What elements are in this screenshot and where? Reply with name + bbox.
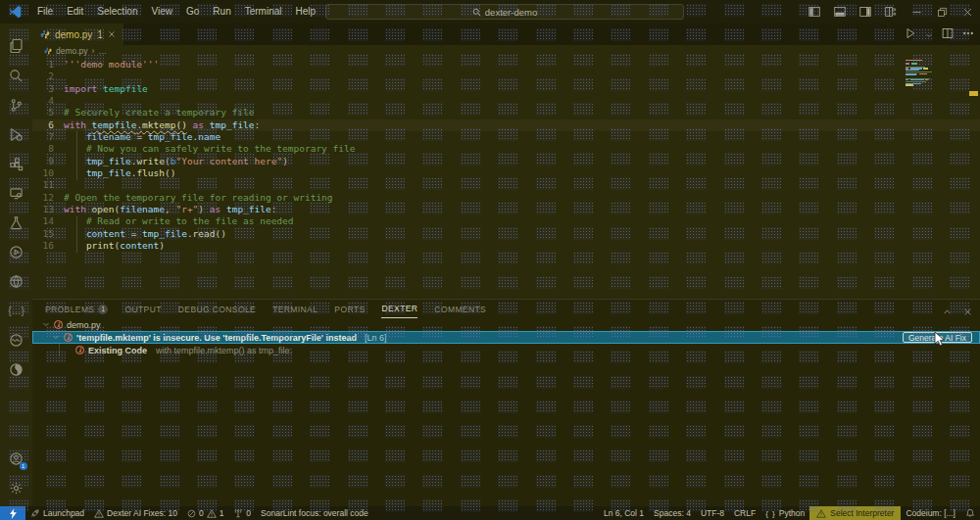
code-line: 1'''demo module''' [32,59,980,71]
breadcrumb[interactable]: demo.py › … [32,45,980,57]
status-bar: Launchpad Dexter AI Fixes: 10 0 1 0 Sona… [0,506,980,520]
indentation-status[interactable]: Spaces: 4 [649,506,696,520]
tab-close-icon[interactable] [108,29,116,40]
notifications-bell-icon[interactable] [960,506,980,520]
error-circle-icon [187,509,196,518]
line-number: 3 [32,83,64,95]
language-mode-status[interactable]: { } Python [760,506,809,520]
eol-status[interactable]: CRLF [729,506,760,520]
line-number: 6 [32,119,64,131]
tab-label: demo.py [55,29,92,40]
menu-file[interactable]: File [30,0,60,24]
split-editor-icon[interactable] [942,25,954,43]
run-debug-icon[interactable] [5,119,28,149]
warning-triangle-icon [816,509,826,518]
select-interpreter-status[interactable]: Select Interpreter [809,506,901,520]
menu-terminal[interactable]: Terminal [238,0,289,24]
toggle-sidebar-icon[interactable] [802,0,827,24]
search-view-icon[interactable] [5,61,28,90]
line-number: 9 [32,156,64,167]
close-window-icon[interactable] [955,0,980,24]
cursor-position-status[interactable]: Ln 6, Col 1 [599,506,649,520]
remote-indicator[interactable] [0,506,25,520]
encoding-status[interactable]: UTF-8 [696,506,729,520]
restore-icon[interactable] [929,0,955,24]
overview-ruler-warning-marker [969,91,978,96]
code-line: 7 filename = tmp_file.name [32,131,980,143]
launchpad-status[interactable]: Launchpad [25,506,89,520]
line-number: 12 [32,192,64,204]
tree-row-file[interactable]: i demo.py [32,318,980,331]
globe-extension-icon[interactable] [5,266,28,296]
chevron-down-icon [42,320,50,330]
menu-go[interactable]: Go [179,0,206,24]
tree-row-existing-code[interactable]: i Existing Code with tempfile.mktemp() a… [32,344,980,356]
tab-bar: demo.py 1 [32,24,980,45]
code-editor[interactable]: 1'''demo module'''23import tempfile45# S… [32,57,980,299]
errors-warnings-status[interactable]: 0 1 [182,506,228,520]
code-line: 2 [32,71,980,82]
toggle-panel-icon[interactable] [827,0,853,24]
line-number: 11 [32,179,64,191]
indent-guide [76,131,77,180]
ports-status[interactable]: 0 [228,506,256,520]
settings-gear-icon[interactable] [5,473,28,502]
sonarlint-icon[interactable] [5,325,28,355]
explorer-icon[interactable] [5,31,28,61]
code-line: 15 content = tmp_file.read() [32,228,980,240]
customize-layout-icon[interactable] [878,0,904,24]
codeium-status[interactable]: Codeium: [...] [901,506,960,520]
search-value: dexter-demo [485,7,537,18]
info-icon: i [54,320,63,329]
minimap[interactable] [906,60,951,86]
panel-tab-problems[interactable]: PROBLEMS 1 [45,300,108,318]
more-actions-icon[interactable] [962,25,974,43]
tab-problem-badge: 1 [97,29,103,40]
braces-icon: { } [765,509,776,518]
info-icon: i [64,333,73,342]
activity-bar: {…} 1 [0,24,32,506]
search-icon [472,8,481,17]
code-line: 12# Open the temporary file for reading … [32,192,980,204]
problems-count-badge: 1 [98,305,108,314]
panel-tab-output[interactable]: OUTPUT [124,300,161,318]
panel-tab-dexter[interactable]: DEXTER [381,300,417,318]
menu-run[interactable]: Run [206,0,237,24]
command-center-search[interactable]: dexter-demo [325,4,684,20]
menu-selection[interactable]: Selection [90,0,144,24]
panel-tab-comments[interactable]: COMMENTS [434,300,486,318]
panel-tab-ports[interactable]: PORTS [334,300,365,318]
detail-code: with tempfile.mktemp() as tmp_file: [156,346,292,355]
circle-play-extension-icon[interactable] [5,237,28,266]
source-control-icon[interactable] [5,90,28,119]
code-line: 6with tempfile.mktemp() as tmp_file: [32,119,980,131]
remote-explorer-icon[interactable] [5,178,28,208]
extensions-icon[interactable] [5,149,28,178]
dexter-extension-icon[interactable] [5,355,28,384]
breadcrumb-file[interactable]: demo.py [56,46,88,56]
panel-tab-debug-console[interactable]: DEBUG CONSOLE [178,300,256,318]
run-python-file-icon[interactable] [905,25,916,43]
warning-triangle-icon [94,509,104,518]
codeium-braces-icon[interactable]: {…} [5,296,28,325]
menu-view[interactable]: View [145,0,180,24]
toggle-secondary-sidebar-icon[interactable] [853,0,878,24]
testing-icon[interactable] [5,208,28,237]
menu-help[interactable]: Help [289,0,323,24]
dexter-ai-fixes-status[interactable]: Dexter AI Fixes: 10 [89,506,182,520]
radio-tower-icon [233,508,243,518]
menu-edit[interactable]: Edit [60,0,90,24]
account-icon[interactable]: 1 [5,444,28,473]
mouse-cursor [934,332,946,348]
sonarlint-status[interactable]: SonarLint focus: overall code [256,506,373,520]
line-number: 14 [32,215,64,227]
warning-count: 1 [220,508,224,518]
python-file-icon [40,29,50,39]
tree-row-problem[interactable]: i 'tempfile.mktemp' is insecure. Use 'te… [32,331,980,344]
minimize-icon[interactable] [904,0,929,24]
breadcrumb-symbol[interactable]: … [98,46,107,56]
panel-tab-terminal[interactable]: TERMINAL [272,300,318,318]
problem-message: 'tempfile.mktemp' is insecure. Use 'temp… [76,333,357,343]
tab-demo-py[interactable]: demo.py 1 [32,24,123,45]
run-dropdown-icon[interactable] [925,25,933,43]
